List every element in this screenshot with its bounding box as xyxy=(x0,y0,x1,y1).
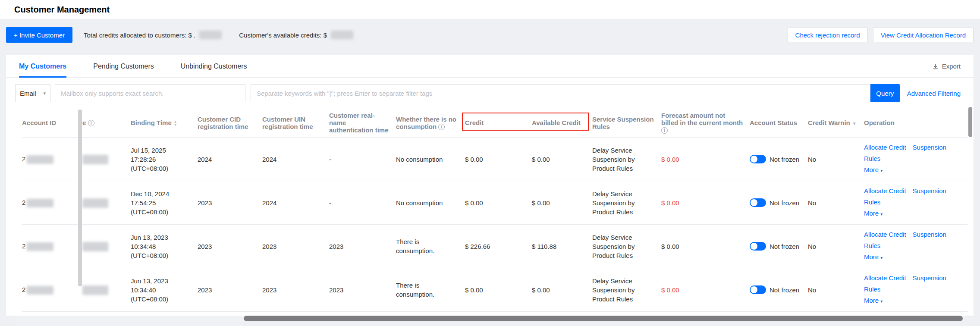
allocate-credit-link[interactable]: Allocate Credit xyxy=(864,144,906,151)
total-credits-label: Total credits allocated to customers: $ … xyxy=(84,31,195,39)
column-header-realname-auth: Customer real-name authentication time xyxy=(329,108,396,138)
page-title: Customer Management xyxy=(14,5,110,15)
toolbar: + Invite Customer Total credits allocate… xyxy=(6,27,974,43)
view-credit-allocation-record-button[interactable]: View Credit Allocation Record xyxy=(873,28,974,42)
column-header-operation: Operation xyxy=(864,108,967,138)
redacted-total-credits-value xyxy=(199,31,222,39)
keyword-search-group: Query xyxy=(251,84,900,102)
column-header-uin-registration: Customer UIN registration time xyxy=(262,108,329,138)
column-header-binding-time[interactable]: Binding Time▲▼ xyxy=(131,108,198,138)
cell-customer-name xyxy=(82,181,131,225)
cell-binding-time: Jul 15, 2025 17:28:26(UTC+08:00) xyxy=(131,138,198,181)
cell-operation: Allocate CreditSuspension Rules More▾ xyxy=(864,138,967,181)
filter-icon[interactable]: ▼ xyxy=(852,121,857,126)
cell-cid-registration: 2024 xyxy=(198,138,262,181)
cell-cid-registration: 2023 xyxy=(198,181,262,225)
cell-account-status: Not frozen xyxy=(750,181,808,225)
cell-binding-time: Jun 13, 2023 10:34:40(UTC+08:00) xyxy=(131,268,198,312)
cell-uin-registration: 2023 xyxy=(262,268,329,312)
chevron-down-icon: ▾ xyxy=(880,255,883,260)
more-link[interactable]: More xyxy=(864,297,879,304)
email-search-input[interactable] xyxy=(55,84,245,102)
top-title-bar: Customer Management xyxy=(0,0,980,19)
info-icon[interactable]: i xyxy=(661,127,668,134)
more-link[interactable]: More xyxy=(864,210,879,217)
tab-pending-customers[interactable]: Pending Customers xyxy=(93,55,154,77)
chevron-down-icon: ▾ xyxy=(43,91,46,96)
more-link[interactable]: More xyxy=(864,253,879,260)
cell-credit-warning: No xyxy=(808,268,864,312)
cell-cid-registration: 2023 xyxy=(198,225,262,268)
info-icon[interactable]: i xyxy=(88,120,94,126)
cell-suspension-rules: Delay Service Suspension by Product Rule… xyxy=(592,268,661,312)
cell-consumption: No consumption xyxy=(396,138,465,181)
cell-uin-registration: 2024 xyxy=(262,181,329,225)
cell-operation: Allocate CreditSuspension Rules More▾ xyxy=(864,181,967,225)
filter-row: Email ▾ Query Advanced Filtering xyxy=(15,84,961,102)
redacted-account-id xyxy=(27,242,53,251)
cell-uin-registration: 2023 xyxy=(262,225,329,268)
column-header-credit-warning[interactable]: Credit Warnin▼ xyxy=(808,108,864,138)
account-status-toggle[interactable] xyxy=(750,198,766,207)
vertical-scrollbar-thumb[interactable] xyxy=(968,107,972,137)
cell-binding-time: Jun 13, 2023 10:34:48(UTC+08:00) xyxy=(131,225,198,268)
redacted-customer-name xyxy=(82,285,108,295)
account-status-label: Not frozen xyxy=(770,242,799,251)
available-credits-label: Customer's available credits: $ xyxy=(239,31,327,39)
export-button[interactable]: Export xyxy=(932,63,961,70)
cell-account-status: Not frozen xyxy=(750,138,808,181)
customers-table-wrap: Account ID e i Binding Time▲▼ Customer C… xyxy=(15,108,965,312)
tab-my-customers[interactable]: My Customers xyxy=(19,55,66,77)
account-status-toggle[interactable] xyxy=(750,285,766,294)
invite-customer-button[interactable]: + Invite Customer xyxy=(6,27,72,43)
redaction-strip xyxy=(78,110,82,286)
check-rejection-record-button[interactable]: Check rejection record xyxy=(788,28,868,42)
account-status-label: Not frozen xyxy=(770,285,799,295)
customers-card: My Customers Pending Customers Unbinding… xyxy=(6,55,974,316)
allocate-credit-link[interactable]: Allocate Credit xyxy=(864,231,906,238)
account-status-label: Not frozen xyxy=(770,155,799,164)
info-icon[interactable]: i xyxy=(438,124,445,130)
allocate-credit-link[interactable]: Allocate Credit xyxy=(864,187,906,194)
account-status-toggle[interactable] xyxy=(750,242,766,251)
cell-cid-registration: 2023 xyxy=(198,268,262,312)
query-button[interactable]: Query xyxy=(870,84,900,102)
tab-unbinding-customers[interactable]: Unbinding Customers xyxy=(181,55,247,77)
cell-operation: Allocate CreditSuspension Rules More▾ xyxy=(864,268,967,312)
advanced-filtering-link[interactable]: Advanced Filtering xyxy=(907,90,961,97)
cell-customer-name xyxy=(82,225,131,268)
search-field-value: Email xyxy=(20,90,36,97)
more-link[interactable]: More xyxy=(864,166,879,173)
cell-suspension-rules: Delay Service Suspension by Product Rule… xyxy=(592,138,661,181)
cell-customer-name xyxy=(82,268,131,312)
account-status-toggle[interactable] xyxy=(750,155,766,163)
cell-realname-auth: - xyxy=(329,181,396,225)
cell-credit: $ 0.00 xyxy=(465,268,532,312)
cell-credit-warning: No xyxy=(808,225,864,268)
cell-realname-auth: 2023 xyxy=(329,268,396,312)
column-header-account-status: Account Status xyxy=(750,108,808,138)
sort-icon[interactable]: ▲▼ xyxy=(174,120,177,126)
customer-management-screen: Customer Management + Invite Customer To… xyxy=(0,0,980,326)
search-field-select[interactable]: Email ▾ xyxy=(15,84,50,102)
chevron-down-icon: ▾ xyxy=(880,168,883,173)
toggle-knob xyxy=(751,199,757,206)
table-row: 2 Jun 13, 2023 10:34:48(UTC+08:00) 2023 … xyxy=(22,225,967,268)
cell-available-credit: $ 0.00 xyxy=(532,138,592,181)
cell-suspension-rules: Delay Service Suspension by Product Rule… xyxy=(592,225,661,268)
keyword-filter-input[interactable] xyxy=(251,84,870,102)
allocate-credit-link[interactable]: Allocate Credit xyxy=(864,274,906,282)
column-header-account-id: Account ID xyxy=(22,108,82,138)
cell-consumption: There is consumption. xyxy=(396,268,465,312)
export-icon xyxy=(932,63,939,70)
column-header-available-credit: Available Credit xyxy=(532,108,592,138)
cell-account-id: 2 xyxy=(22,225,82,268)
cell-forecast-amount: $ 0.00 xyxy=(661,268,750,312)
horizontal-scrollbar-track[interactable] xyxy=(15,316,965,321)
cell-binding-time: Dec 10, 2024 17:54:25(UTC+08:00) xyxy=(131,181,198,225)
column-header-forecast-amount: Forecast amount not billed in the curren… xyxy=(661,108,750,138)
horizontal-scrollbar-thumb[interactable] xyxy=(244,316,963,321)
table-row: 2 Jul 15, 2025 17:28:26(UTC+08:00) 2024 … xyxy=(22,138,967,181)
redacted-account-id xyxy=(27,199,53,207)
cell-credit: $ 0.00 xyxy=(465,181,532,225)
